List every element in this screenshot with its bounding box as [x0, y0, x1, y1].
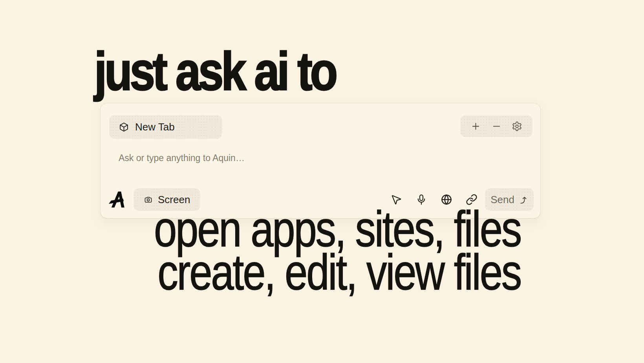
camera-icon [144, 195, 153, 204]
window-controls [460, 116, 532, 137]
tagline: open apps, sites, files create, edit, vi… [154, 207, 521, 294]
add-tab-button[interactable] [470, 121, 481, 132]
plus-icon [470, 121, 481, 132]
tab-new-tab[interactable]: New Tab [109, 115, 222, 139]
minus-icon [491, 121, 502, 132]
tagline-line-2: create, edit, view files [154, 251, 521, 294]
ask-input[interactable] [119, 149, 480, 167]
tab-label: New Tab [135, 121, 175, 133]
gear-icon [512, 121, 522, 132]
minimize-button[interactable] [491, 121, 502, 132]
cube-icon [119, 122, 129, 132]
settings-button[interactable] [512, 121, 522, 132]
page: just ask ai to New Tab [0, 0, 644, 363]
hero-heading: just ask ai to [94, 44, 335, 98]
aquin-logo [108, 190, 126, 209]
